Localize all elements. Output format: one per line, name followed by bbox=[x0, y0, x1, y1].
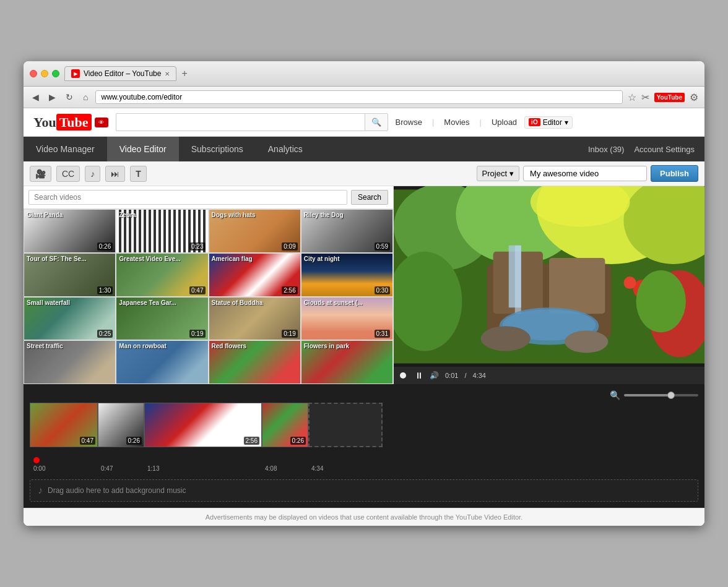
garden-scene bbox=[394, 186, 704, 367]
browser-window: ▶ Video Editor – YouTube ✕ + ◀ ▶ ↻ ⌂ ☆ ✂… bbox=[24, 61, 704, 526]
settings-icon[interactable]: ⚙ bbox=[690, 92, 698, 103]
text-tool-button[interactable]: T bbox=[130, 166, 147, 182]
list-item[interactable]: Dogs with hats 0:09 bbox=[209, 209, 301, 253]
movies-link[interactable]: Movies bbox=[444, 118, 469, 127]
publish-button[interactable]: Publish bbox=[651, 165, 698, 182]
total-time: 4:34 bbox=[472, 372, 485, 379]
editor-badge[interactable]: iO Editor ▾ bbox=[524, 116, 573, 129]
pause-button[interactable]: ⏸ bbox=[415, 371, 423, 380]
svg-point-21 bbox=[565, 330, 608, 353]
project-label: Project bbox=[482, 169, 507, 178]
forward-button[interactable]: ▶ bbox=[46, 91, 58, 103]
video-search-input[interactable] bbox=[28, 190, 347, 205]
tab-analytics[interactable]: Analytics bbox=[256, 137, 315, 161]
svg-point-15 bbox=[623, 276, 636, 289]
address-bar-wrap bbox=[95, 90, 622, 104]
audio-note-icon: ♪ bbox=[38, 485, 43, 496]
timeline-empty-slot[interactable] bbox=[308, 403, 383, 447]
list-item[interactable]: Greatest Video Eve... 0:47 bbox=[116, 253, 208, 297]
editor-badge-label: Editor bbox=[543, 118, 562, 127]
title-bar: ▶ Video Editor – YouTube ✕ + bbox=[24, 61, 704, 87]
editor-badge-icon: iO bbox=[529, 118, 540, 126]
timeline-ruler: 0:00 0:47 1:13 4:08 4:34 bbox=[30, 455, 698, 472]
timeline-clip[interactable]: 2:56 bbox=[144, 403, 262, 447]
tab-bar: ▶ Video Editor – YouTube ✕ + bbox=[64, 66, 698, 81]
yt-search-button[interactable]: 🔍 bbox=[365, 113, 388, 131]
tab-subscriptions[interactable]: Subscriptions bbox=[179, 137, 256, 161]
list-item[interactable]: City at night 0:30 bbox=[301, 253, 393, 297]
inbox-link[interactable]: Inbox (39) bbox=[588, 145, 625, 154]
yt-header: YouTube 👁 🔍 Browse | Movies | Upload iO … bbox=[24, 108, 704, 137]
video-search-button[interactable]: Search bbox=[351, 190, 388, 205]
music-tool-button[interactable]: ♪ bbox=[85, 166, 100, 182]
list-item[interactable]: Tour of SF: The Se... 1:30 bbox=[24, 253, 116, 297]
timeline-marker: 0:47 bbox=[101, 465, 113, 472]
zoom-slider[interactable] bbox=[624, 394, 698, 396]
list-item[interactable]: Flowers in park bbox=[301, 340, 393, 384]
list-item[interactable]: Small waterfall 0:25 bbox=[24, 297, 116, 341]
editor-toolbar: 🎥 CC ♪ ⏭ T Project ▾ Publish bbox=[24, 161, 704, 186]
timeline-marker: 4:34 bbox=[311, 465, 323, 472]
tab-title: Video Editor – YouTube bbox=[84, 69, 161, 78]
list-item[interactable]: Clouds at sunset (... 0:31 bbox=[301, 297, 393, 341]
maximize-button[interactable] bbox=[52, 70, 59, 77]
new-tab-button[interactable]: + bbox=[181, 68, 187, 79]
address-bar[interactable] bbox=[101, 93, 617, 101]
list-item[interactable]: Man on rowboat bbox=[116, 340, 208, 384]
home-button[interactable]: ⌂ bbox=[80, 91, 90, 103]
list-item[interactable]: American flag 2:56 bbox=[209, 253, 301, 297]
list-item[interactable]: Riley the Dog 0:59 bbox=[301, 209, 393, 253]
video-tool-button[interactable]: 🎥 bbox=[30, 166, 51, 182]
caption-tool-button[interactable]: CC bbox=[56, 166, 80, 182]
clip-duration: 0:26 bbox=[126, 437, 142, 445]
yt-logo[interactable]: YouTube 👁 bbox=[33, 114, 108, 131]
video-list-panel: Search Giant Panda 0:26 Zebra 0:23 bbox=[24, 186, 394, 384]
list-item[interactable]: Japanese Tea Gar... 0:19 bbox=[116, 297, 208, 341]
volume-button[interactable]: 🔊 bbox=[430, 371, 439, 380]
list-item[interactable]: Statue of Buddha 0:19 bbox=[209, 297, 301, 341]
preview-panel: ⏸ 🔊 0:01 / 4:34 bbox=[394, 186, 704, 384]
nav-bar: ◀ ▶ ↻ ⌂ ☆ ✂ YouTube ⚙ bbox=[24, 87, 704, 108]
list-item[interactable]: Giant Panda 0:26 bbox=[24, 209, 116, 253]
main-nav: Video Manager Video Editor Subscriptions… bbox=[24, 137, 704, 161]
tools-icon[interactable]: ✂ bbox=[641, 92, 649, 103]
playhead-dot bbox=[400, 372, 406, 379]
project-select: Project ▾ Publish bbox=[477, 165, 698, 182]
list-item[interactable]: Red flowers bbox=[209, 340, 301, 384]
minimize-button[interactable] bbox=[41, 70, 48, 77]
tab-close-icon[interactable]: ✕ bbox=[165, 71, 170, 77]
yt-search-input[interactable] bbox=[116, 113, 365, 131]
timeline-clip[interactable]: 0:26 bbox=[262, 403, 308, 447]
clip-duration: 0:47 bbox=[80, 437, 95, 445]
refresh-button[interactable]: ↻ bbox=[63, 91, 76, 103]
zoom-slider-handle[interactable] bbox=[667, 392, 675, 399]
browse-link[interactable]: Browse bbox=[396, 118, 422, 127]
project-name-input[interactable] bbox=[523, 166, 647, 181]
main-nav-tabs: Video Manager Video Editor Subscriptions… bbox=[24, 137, 315, 161]
list-item[interactable]: Street traffic bbox=[24, 340, 116, 384]
tab-video-editor[interactable]: Video Editor bbox=[107, 137, 179, 161]
timeline-track: 0:47 0:26 2:56 0:26 bbox=[30, 403, 698, 452]
timeline-playhead[interactable] bbox=[33, 457, 40, 463]
footer-text: Advertisements may be displayed on video… bbox=[206, 513, 522, 521]
bookmark-icon[interactable]: ☆ bbox=[628, 92, 636, 103]
account-settings-link[interactable]: Account Settings bbox=[634, 145, 695, 154]
svg-rect-10 bbox=[515, 246, 521, 314]
transition-tool-button[interactable]: ⏭ bbox=[105, 166, 125, 182]
tab-video-manager[interactable]: Video Manager bbox=[24, 137, 107, 161]
back-button[interactable]: ◀ bbox=[30, 91, 41, 103]
close-button[interactable] bbox=[30, 70, 37, 77]
timeline-marker: 1:13 bbox=[147, 465, 159, 472]
timeline-clip[interactable]: 0:26 bbox=[98, 403, 144, 447]
svg-point-20 bbox=[481, 326, 531, 351]
timeline-clip[interactable]: 0:47 bbox=[30, 403, 98, 447]
project-dropdown[interactable]: Project ▾ bbox=[477, 166, 519, 181]
audio-placeholder: Drag audio here to add background music bbox=[48, 486, 186, 495]
list-item[interactable]: Zebra 0:23 bbox=[116, 209, 208, 253]
video-search-bar: Search bbox=[24, 186, 393, 209]
preview-video bbox=[394, 186, 704, 367]
upload-link[interactable]: Upload bbox=[492, 118, 517, 127]
active-tab[interactable]: ▶ Video Editor – YouTube ✕ bbox=[64, 66, 176, 81]
clip-duration: 2:56 bbox=[244, 437, 259, 445]
audio-track[interactable]: ♪ Drag audio here to add background musi… bbox=[30, 479, 698, 502]
